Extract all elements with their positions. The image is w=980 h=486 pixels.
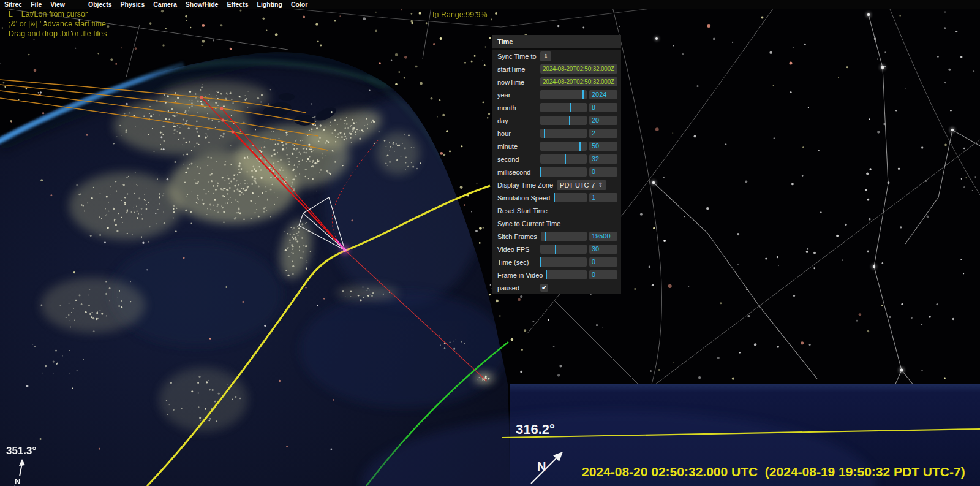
starttime-input[interactable]: 2024-08-20T02:50:32.000Z	[540, 64, 617, 74]
menu-item-objects[interactable]: Objects	[84, 0, 116, 9]
day-label: day	[497, 117, 540, 124]
menu-item-file[interactable]: File	[26, 0, 46, 9]
globe-view[interactable]	[0, 0, 980, 486]
millisecond-label: millisecond	[497, 169, 540, 176]
starttime-label: startTime	[497, 66, 540, 73]
row-millisecond: millisecond0	[492, 165, 621, 178]
nowtime-label: nowTime	[497, 78, 540, 86]
sync-to-current-time-button[interactable]: Sync to Current Time	[497, 220, 560, 227]
frame-in-video-value[interactable]: 0	[589, 270, 617, 279]
time-sec-slider[interactable]	[540, 257, 587, 267]
nowtime-input[interactable]: 2024-08-20T02:50:32.000Z	[540, 77, 617, 86]
minute-slider-handle[interactable]	[579, 142, 581, 151]
video-fps-slider-handle[interactable]	[555, 245, 556, 254]
second-label: second	[497, 156, 540, 163]
sitch-frames-value[interactable]: 19500	[589, 232, 617, 241]
hour-value[interactable]: 2	[589, 129, 617, 138]
time-sec-value[interactable]: 0	[589, 257, 617, 267]
look-view-heading: 316.2°	[516, 422, 555, 438]
time-panel-title[interactable]: Time	[492, 35, 621, 50]
minute-slider[interactable]	[540, 142, 587, 151]
row-month: month8	[492, 101, 621, 114]
year-label: year	[497, 91, 540, 99]
hour-slider[interactable]	[540, 129, 587, 138]
help-line: ;&' or [&] ' advance start time	[9, 19, 107, 29]
time-sec-label: Time (sec)	[497, 259, 540, 266]
month-label: month	[497, 104, 540, 112]
menu-item-physics[interactable]: Physics	[116, 0, 149, 9]
row-reset-start-time[interactable]: Reset Start Time	[492, 204, 621, 217]
row-nowtime: nowTime2024-08-20T02:50:32.000Z	[492, 75, 621, 88]
hour-label: hour	[497, 130, 540, 137]
menu-item-effects[interactable]: Effects	[222, 0, 252, 9]
sitch-frames-slider-handle[interactable]	[545, 232, 546, 241]
reset-start-time-button[interactable]: Reset Start Time	[497, 207, 548, 215]
sitch-frames-slider[interactable]	[541, 232, 587, 241]
minute-label: minute	[497, 143, 540, 150]
updown-arrows-icon: ⇕	[598, 180, 603, 190]
video-fps-label: Video FPS	[497, 246, 540, 253]
simulation-speed-slider-handle[interactable]	[554, 193, 555, 202]
month-slider-handle[interactable]	[570, 103, 571, 112]
look-view-compass: N	[524, 446, 573, 486]
display-time-zone-select[interactable]: PDT UTC-7⇕	[557, 180, 606, 190]
minute-value[interactable]: 50	[589, 142, 617, 151]
frame-in-video-label: Frame in Video	[497, 271, 546, 279]
menu-item-lighting[interactable]: Lighting	[252, 0, 286, 9]
timestamp-display: 2024-08-20 02:50:32.000 UTC (2024-08-19 …	[582, 465, 965, 479]
time-panel[interactable]: Time Sync Time to⇕startTime2024-08-20T02…	[492, 35, 621, 294]
help-line: Drag and drop .txt or .tle files	[9, 29, 107, 39]
help-line: L = Lat/Lon from cursor	[9, 9, 107, 19]
menu-item-camera[interactable]: Camera	[149, 0, 181, 9]
menu-item-view[interactable]: View	[46, 0, 69, 9]
row-sync-to-current-time[interactable]: Sync to Current Time	[492, 217, 621, 230]
row-sync-time-to: Sync Time to⇕	[492, 50, 621, 63]
millisecond-value[interactable]: 0	[589, 167, 617, 177]
sync-time-to-label: Sync Time to	[497, 53, 540, 60]
svg-text:N: N	[537, 460, 546, 473]
paused-label: paused	[497, 284, 540, 292]
display-time-zone-label: Display Time Zone	[497, 181, 557, 189]
row-day: day20	[492, 114, 621, 127]
day-slider-handle[interactable]	[569, 116, 570, 125]
row-minute: minute50	[492, 140, 621, 153]
in-range-indicator: In Range:99.9%	[432, 10, 488, 19]
second-slider[interactable]	[540, 154, 587, 164]
second-slider-handle[interactable]	[565, 154, 566, 164]
video-fps-slider[interactable]	[540, 245, 587, 254]
simulation-speed-value[interactable]: 1	[589, 193, 617, 202]
updown-arrows-icon: ⇕	[543, 51, 548, 61]
millisecond-slider-handle[interactable]	[540, 167, 541, 177]
row-time-sec: Time (sec)0	[492, 256, 621, 268]
hour-slider-handle[interactable]	[544, 129, 545, 138]
month-value[interactable]: 8	[589, 103, 617, 112]
menu-item-sitrec[interactable]: Sitrec	[0, 0, 26, 9]
menu-item-color[interactable]: Color	[287, 0, 312, 9]
millisecond-slider[interactable]	[540, 167, 587, 177]
menu-item-show-hide[interactable]: Show/Hide	[181, 0, 223, 9]
row-frame-in-video: Frame in Video0	[492, 268, 621, 281]
simulation-speed-label: Simulation Speed	[497, 194, 554, 202]
frame-in-video-slider[interactable]	[546, 270, 587, 279]
display-time-zone-selected-value: PDT UTC-7	[560, 180, 595, 190]
day-slider[interactable]	[540, 116, 587, 125]
row-video-fps: Video FPS30	[492, 243, 621, 256]
year-slider[interactable]	[540, 90, 587, 99]
frame-in-video-slider-handle[interactable]	[546, 270, 547, 279]
main-view-compass: N	[10, 457, 40, 486]
month-slider[interactable]	[540, 103, 587, 112]
svg-text:N: N	[15, 477, 20, 486]
sync-time-to-select[interactable]: ⇕	[540, 51, 551, 61]
caribbean-sea	[300, 291, 508, 408]
row-starttime: startTime2024-08-20T02:50:32.000Z	[492, 63, 621, 75]
year-value[interactable]: 2024	[589, 90, 617, 99]
video-fps-value[interactable]: 30	[589, 245, 617, 254]
second-value[interactable]: 32	[589, 154, 617, 164]
menu-bar: SitrecFileViewObjectsPhysicsCameraShow/H…	[0, 0, 980, 9]
north-arrow-icon	[19, 459, 25, 466]
year-slider-handle[interactable]	[582, 90, 584, 99]
paused-checkbox[interactable]: ✔	[540, 284, 548, 292]
day-value[interactable]: 20	[589, 116, 617, 125]
time-sec-slider-handle[interactable]	[540, 257, 541, 267]
simulation-speed-slider[interactable]	[554, 193, 587, 202]
